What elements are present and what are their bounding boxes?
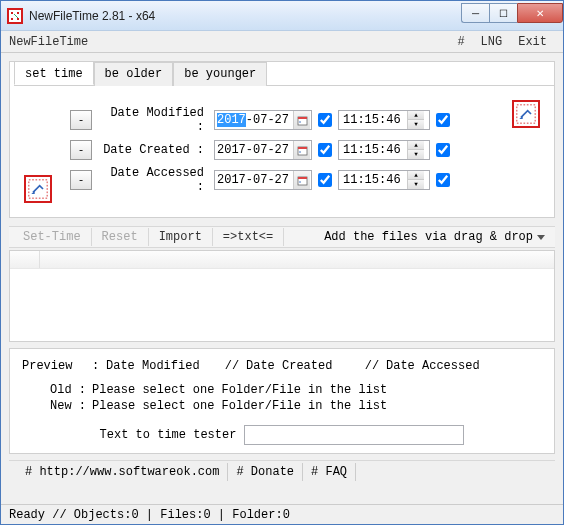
check-accessed-date[interactable] — [318, 173, 332, 187]
file-list-header[interactable] — [10, 251, 554, 269]
titlebar[interactable]: NewFileTime 2.81 - x64 ─ ☐ ✕ — [1, 1, 563, 31]
drop-target-icon[interactable] — [512, 100, 540, 128]
row-created: - Date Created : 2017-07-27 ▲▼ — [24, 135, 540, 165]
link-donate[interactable]: # Donate — [228, 463, 303, 481]
time-created-field[interactable] — [339, 143, 407, 157]
chevron-up-icon[interactable]: ▲ — [408, 171, 424, 180]
row-accessed: - Date Accessed : 2017-07-27 ▲▼ — [24, 165, 540, 195]
check-modified-date[interactable] — [318, 113, 332, 127]
time-modified-input[interactable]: ▲▼ — [338, 110, 430, 130]
calendar-dropdown-icon[interactable] — [293, 141, 310, 159]
svg-rect-11 — [298, 147, 307, 149]
menubar-app-name[interactable]: NewFileTime — [9, 35, 449, 49]
drop-source-icon[interactable] — [24, 175, 52, 203]
menubar: NewFileTime # LNG Exit — [1, 31, 563, 53]
tab-body: - Date Modified : 2017-07-27 ▲▼ - D — [10, 87, 554, 203]
row-modified: - Date Modified : 2017-07-27 ▲▼ — [24, 105, 540, 135]
date-modified-input[interactable]: 2017-07-27 — [214, 110, 312, 130]
chevron-down-icon[interactable]: ▼ — [408, 150, 424, 159]
file-list[interactable] — [9, 250, 555, 342]
tab-be-older[interactable]: be older — [94, 62, 174, 86]
check-created-date[interactable] — [318, 143, 332, 157]
drag-drop-menu[interactable]: Add the files via drag & drop — [318, 228, 551, 246]
status-text: Ready // Objects:0 | Files:0 | Folder:0 — [9, 508, 290, 522]
preview-old-msg: Please select one Folder/File in the lis… — [92, 383, 387, 397]
preview-old-row: Old : Please select one Folder/File in t… — [22, 383, 542, 397]
preview-old-label: Old : — [22, 383, 92, 397]
content-area: set time be older be younger - Date Modi… — [1, 53, 563, 504]
chevron-down-icon — [537, 235, 545, 240]
label-modified: Date Modified : — [98, 106, 208, 134]
svg-rect-4 — [17, 18, 19, 20]
date-accessed-input[interactable]: 2017-07-27 — [214, 170, 312, 190]
chevron-down-icon[interactable]: ▼ — [408, 120, 424, 129]
window-controls: ─ ☐ ✕ — [461, 3, 563, 23]
preview-col-created: Date Created — [246, 359, 358, 373]
chevron-down-icon[interactable]: ▼ — [408, 180, 424, 189]
chevron-up-icon[interactable]: ▲ — [408, 111, 424, 120]
date-modified-rest[interactable]: -07-27 — [246, 113, 289, 127]
svg-rect-16 — [29, 180, 47, 198]
window-title: NewFileTime 2.81 - x64 — [29, 9, 461, 23]
minimize-button[interactable]: ─ — [461, 3, 489, 23]
tester-row: Text to time tester — [22, 425, 542, 445]
tester-label: Text to time tester — [100, 428, 237, 442]
chevron-up-icon[interactable]: ▲ — [408, 141, 424, 150]
link-website[interactable]: # http://www.softwareok.com — [17, 463, 228, 481]
date-created-input[interactable]: 2017-07-27 — [214, 140, 312, 160]
calendar-dropdown-icon[interactable] — [293, 111, 310, 129]
check-created-time[interactable] — [436, 143, 450, 157]
svg-point-15 — [299, 181, 301, 183]
check-modified-time[interactable] — [436, 113, 450, 127]
tab-panel: set time be older be younger - Date Modi… — [9, 61, 555, 218]
preview-new-msg: Please select one Folder/File in the lis… — [92, 399, 387, 413]
svg-rect-0 — [8, 9, 22, 23]
tester-input[interactable] — [244, 425, 464, 445]
preview-new-row: New : Please select one Folder/File in t… — [22, 399, 542, 413]
calendar-dropdown-icon[interactable] — [293, 171, 310, 189]
svg-rect-1 — [11, 12, 13, 14]
file-list-column[interactable] — [10, 251, 40, 268]
txt-button[interactable]: =>txt<= — [213, 228, 284, 246]
time-created-input[interactable]: ▲▼ — [338, 140, 430, 160]
drag-drop-label: Add the files via drag & drop — [324, 230, 533, 244]
date-modified-year-selected[interactable]: 2017 — [217, 113, 246, 127]
minus-button-modified[interactable]: - — [70, 110, 92, 130]
minus-button-accessed[interactable]: - — [70, 170, 92, 190]
maximize-button[interactable]: ☐ — [489, 3, 517, 23]
preview-col-accessed: Date Accessed — [386, 359, 498, 373]
svg-rect-2 — [17, 12, 19, 14]
preview-panel: Preview : Date Modified // Date Created … — [9, 348, 555, 454]
set-time-button[interactable]: Set-Time — [13, 228, 92, 246]
link-faq[interactable]: # FAQ — [303, 463, 356, 481]
preview-col-modified: Date Modified — [106, 359, 218, 373]
tab-be-younger[interactable]: be younger — [173, 62, 267, 86]
label-accessed: Date Accessed : — [98, 166, 208, 194]
time-accessed-spinner[interactable]: ▲▼ — [407, 171, 424, 189]
menu-exit[interactable]: Exit — [510, 33, 555, 51]
svg-rect-3 — [11, 18, 13, 20]
time-accessed-field[interactable] — [339, 173, 407, 187]
import-button[interactable]: Import — [149, 228, 213, 246]
menu-hash[interactable]: # — [449, 33, 472, 51]
svg-point-9 — [299, 121, 301, 123]
toolbar: Set-Time Reset Import =>txt<= Add the fi… — [9, 226, 555, 248]
time-modified-spinner[interactable]: ▲▼ — [407, 111, 424, 129]
menu-lng[interactable]: LNG — [473, 33, 511, 51]
bottom-bar: # http://www.softwareok.com # Donate # F… — [9, 460, 555, 482]
svg-rect-14 — [298, 177, 307, 179]
tab-strip: set time be older be younger — [14, 61, 554, 86]
reset-button[interactable]: Reset — [92, 228, 149, 246]
close-button[interactable]: ✕ — [517, 3, 563, 23]
check-accessed-time[interactable] — [436, 173, 450, 187]
minus-button-created[interactable]: - — [70, 140, 92, 160]
label-created: Date Created : — [98, 143, 208, 157]
tab-set-time[interactable]: set time — [14, 61, 94, 85]
statusbar: Ready // Objects:0 | Files:0 | Folder:0 — [1, 504, 563, 524]
svg-rect-5 — [517, 105, 535, 123]
time-created-spinner[interactable]: ▲▼ — [407, 141, 424, 159]
time-modified-field[interactable] — [339, 113, 407, 127]
time-accessed-input[interactable]: ▲▼ — [338, 170, 430, 190]
preview-label: Preview — [22, 359, 92, 373]
svg-rect-8 — [298, 117, 307, 119]
